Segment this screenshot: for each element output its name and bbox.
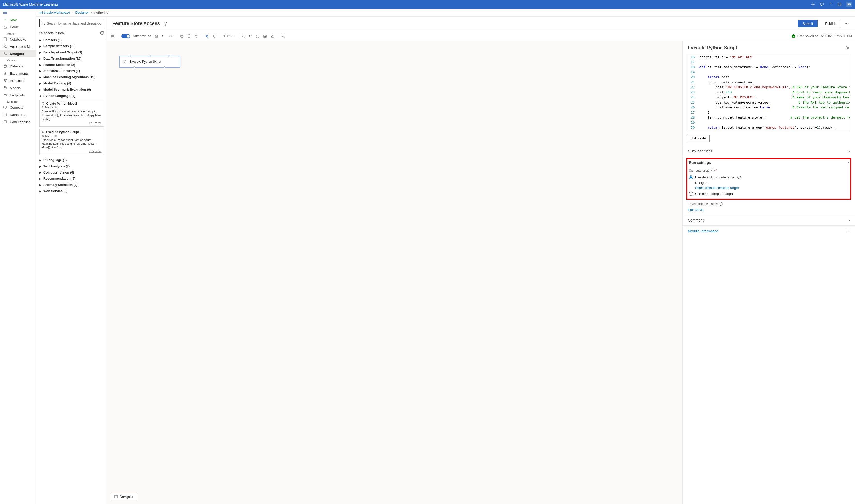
nav-endpoints[interactable]: Endpoints: [0, 91, 36, 98]
radio-default-compute[interactable]: Use default compute target i: [689, 175, 849, 180]
user-avatar[interactable]: SG: [846, 2, 852, 7]
code-editor[interactable]: 161718192021222324252627282930 secret_va…: [688, 54, 850, 131]
paste-icon[interactable]: [187, 34, 191, 38]
nav-label: Datastores: [10, 113, 26, 117]
output-settings-header[interactable]: Output settings ›: [688, 149, 850, 153]
tree-group[interactable]: ▶Web Service (2): [39, 188, 106, 194]
comment-header[interactable]: Comment ›: [688, 218, 850, 222]
screen-icon[interactable]: [212, 34, 217, 38]
nav-designer[interactable]: Designer: [0, 50, 36, 57]
tree-group[interactable]: ▶Statistical Functions (1): [39, 68, 106, 74]
info-icon[interactable]: i: [720, 202, 723, 206]
breadcrumb-designer[interactable]: Designer: [75, 11, 89, 15]
feedback-icon[interactable]: [820, 2, 824, 6]
select-default-compute-link[interactable]: Select default compute target: [695, 185, 849, 191]
publish-button[interactable]: Publish: [820, 20, 841, 28]
undo-icon[interactable]: [161, 34, 166, 38]
caret-icon: ▶: [39, 177, 42, 180]
nav-new[interactable]: ＋ New: [0, 16, 36, 23]
page-title: Feature Store Access: [112, 21, 160, 26]
module-title: Create Python Model: [46, 102, 77, 105]
caret-icon: ▶: [39, 64, 42, 66]
tree-group[interactable]: ▶Recommendation (5): [39, 176, 106, 182]
canvas-node[interactable]: Execute Python Script: [119, 56, 180, 68]
hamburger-icon[interactable]: [0, 9, 36, 16]
info-icon[interactable]: i: [737, 176, 741, 179]
run-settings-header[interactable]: Run settings ›: [689, 161, 849, 165]
zoom-level[interactable]: 100%▾: [224, 34, 234, 38]
automl-icon: [3, 44, 7, 49]
radio-label: Use default compute target: [695, 175, 735, 179]
module-card[interactable]: Create Python Model Microsoft Creates Py…: [39, 100, 104, 127]
nav-compute[interactable]: Compute: [0, 104, 36, 111]
tree-group[interactable]: ▶Model Scoring & Evaluation (6): [39, 87, 106, 93]
save-icon[interactable]: [154, 34, 159, 38]
tree-group[interactable]: ▶Anomaly Detection (2): [39, 182, 106, 188]
module-info-header[interactable]: Module information ›: [688, 229, 850, 233]
experiment-icon[interactable]: [270, 34, 274, 38]
svg-point-13: [5, 81, 6, 82]
nav-datasets[interactable]: Datasets: [0, 62, 36, 70]
cursor-icon[interactable]: [205, 34, 210, 38]
radio-other-compute[interactable]: Use other compute target: [689, 191, 849, 197]
group-name: Datasets (0): [43, 38, 62, 42]
search-input[interactable]: [47, 21, 102, 25]
tree-group[interactable]: ▼Python Language (2): [39, 93, 106, 99]
nav-pipelines[interactable]: Pipelines: [0, 77, 36, 84]
nav-notebooks[interactable]: Notebooks: [0, 36, 36, 43]
compute-name: Designer: [695, 180, 849, 186]
navigator-button[interactable]: Navigator: [111, 493, 137, 500]
check-icon: [792, 34, 795, 38]
tree-group[interactable]: ▶Data Transformation (19): [39, 55, 106, 62]
close-icon[interactable]: ✕: [846, 45, 850, 51]
gear-icon[interactable]: [163, 22, 167, 26]
tree-group[interactable]: ▶Feature Selection (2): [39, 62, 106, 68]
user-icon: [41, 106, 44, 109]
group-name: Model Scoring & Evaluation (6): [43, 88, 91, 91]
help-icon[interactable]: [829, 2, 833, 6]
designer-icon: [3, 52, 7, 56]
svg-point-2: [838, 3, 841, 6]
info-icon[interactable]: i: [711, 169, 715, 172]
tree-group[interactable]: ▶Datasets (0): [39, 37, 106, 43]
svg-point-3: [839, 4, 839, 4]
redo-icon[interactable]: [168, 34, 173, 38]
breadcrumb-workspace[interactable]: ml-studio-workspace: [39, 11, 70, 15]
columns-icon[interactable]: [110, 34, 115, 38]
tree-group[interactable]: ▶Computer Vision (6): [39, 169, 106, 176]
nav-models[interactable]: Models: [0, 84, 36, 91]
fit-icon[interactable]: [255, 34, 260, 38]
nav-automl[interactable]: Automated ML: [0, 43, 36, 50]
smiley-icon[interactable]: [837, 2, 841, 6]
svg-point-16: [4, 113, 6, 114]
tree-group[interactable]: ▶Machine Learning Algorithms (19): [39, 74, 106, 80]
search-box[interactable]: [39, 19, 104, 28]
edit-json-link[interactable]: Edit JSON: [688, 208, 850, 212]
tree-group[interactable]: ▶R Language (1): [39, 157, 106, 163]
edit-code-button[interactable]: Edit code: [688, 134, 710, 142]
zoom-in-icon[interactable]: [241, 34, 246, 38]
nav-datalabeling[interactable]: Data Labeling: [0, 118, 36, 125]
tree-group[interactable]: ▶Text Analytics (7): [39, 163, 106, 169]
nav-label: Compute: [10, 106, 23, 109]
delete-icon[interactable]: [194, 34, 199, 38]
module-card[interactable]: Execute Python Script Microsoft Executes…: [39, 129, 104, 155]
nav-datastores[interactable]: Datastores: [0, 111, 36, 118]
nav-home[interactable]: Home: [0, 23, 36, 31]
tree-group[interactable]: ▶Model Training (4): [39, 80, 106, 87]
search-canvas-icon[interactable]: [281, 34, 286, 38]
settings-icon[interactable]: [811, 2, 815, 6]
zoom-out-icon[interactable]: [248, 34, 253, 38]
actual-size-icon[interactable]: [263, 34, 267, 38]
autosave-toggle[interactable]: [121, 34, 130, 38]
submit-button[interactable]: Submit: [798, 20, 818, 27]
search-icon: [41, 21, 45, 25]
refresh-icon[interactable]: [100, 31, 104, 35]
nav-experiments[interactable]: Experiments: [0, 70, 36, 77]
tree-group[interactable]: ▶Data Input and Output (3): [39, 49, 106, 55]
tree-group[interactable]: ▶Sample datasets (16): [39, 43, 106, 49]
more-button[interactable]: ⋯: [844, 21, 850, 26]
copy-icon[interactable]: [179, 34, 184, 38]
pipeline-canvas[interactable]: Execute Python Script Navigator: [107, 41, 682, 504]
pipeline-icon: [3, 78, 7, 83]
